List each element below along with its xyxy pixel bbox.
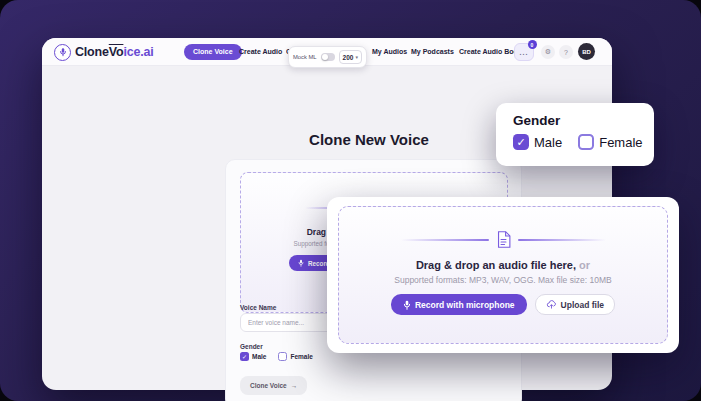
help-icon: ? [564, 49, 568, 56]
toggle-knob [322, 54, 328, 60]
nav-item-my-audios[interactable]: My Audios [372, 48, 407, 55]
checkbox-checked-icon: ✓ [513, 134, 529, 150]
nav-item-my-podcasts[interactable]: My Podcasts [411, 48, 454, 55]
microphone-icon [298, 259, 304, 267]
male-checkbox[interactable]: ✓ Male [240, 352, 266, 361]
more-menu-button[interactable]: ... 0 [514, 43, 534, 61]
male-label: Male [252, 353, 266, 360]
popup-female-checkbox[interactable]: Female [578, 134, 642, 150]
chevron-down-icon: ▾ [355, 54, 358, 60]
notification-badge: 0 [528, 40, 537, 49]
popup-female-label: Female [599, 135, 642, 150]
settings-button[interactable]: ⚙ [541, 45, 555, 59]
dropzone-formats: Supported formats: MP3, WAV, OGG. Max fi… [394, 275, 611, 285]
gradient-line [518, 239, 606, 241]
clone-voice-submit-button[interactable]: Clone Voice → [240, 376, 307, 395]
logo-text: CloneVoice.ai [75, 45, 153, 59]
logo[interactable]: CloneVoice.ai [54, 43, 153, 61]
popup-upload-file-button[interactable]: Upload file [535, 294, 615, 315]
mock-ml-panel: Mock ML 200 ▾ [288, 46, 367, 68]
popup-audio-dropzone[interactable]: Drag & drop an audio file here, or Suppo… [338, 206, 668, 344]
popup-male-checkbox[interactable]: ✓ Male [513, 134, 562, 150]
arrow-right-icon: → [291, 382, 298, 389]
nav-item-create-audio-book[interactable]: Create Audio Book [459, 48, 522, 55]
upload-cloud-icon [546, 299, 557, 310]
voice-name-label: Voice Name [240, 304, 276, 311]
popup-male-label: Male [534, 135, 562, 150]
value-dropdown[interactable]: 200 ▾ [339, 50, 362, 64]
checkbox-empty-icon [578, 134, 594, 150]
nav-item-clone-voice[interactable]: Clone Voice [184, 44, 242, 60]
gender-popup: Gender ✓ Male Female [496, 103, 654, 166]
user-avatar[interactable]: BD [578, 43, 595, 60]
dropzone-heading: Drag & drop an audio file here, or [416, 259, 590, 271]
dropzone-icon-row [401, 231, 606, 248]
dropzone-popup: Drag & drop an audio file here, or Suppo… [327, 197, 679, 353]
female-checkbox[interactable]: Female [278, 352, 312, 361]
screenshot-canvas: CloneVoice.ai Clone Voice Create Audio C… [0, 0, 701, 401]
nav-item-create-audio[interactable]: Create Audio [239, 48, 282, 55]
female-label: Female [290, 353, 312, 360]
checkbox-empty-icon [278, 352, 287, 361]
gender-label: Gender [240, 343, 263, 350]
gradient-line [401, 239, 489, 241]
gender-options: ✓ Male Female [240, 352, 313, 361]
gender-popup-title: Gender [513, 113, 654, 128]
mock-ml-label: Mock ML [293, 54, 317, 60]
ellipsis-icon: ... [520, 49, 529, 56]
file-icon [496, 231, 511, 248]
gear-icon: ⚙ [545, 48, 551, 56]
microphone-icon [403, 300, 411, 310]
mock-ml-toggle[interactable] [321, 53, 335, 61]
checkbox-checked-icon: ✓ [240, 352, 249, 361]
help-button[interactable]: ? [559, 45, 573, 59]
microphone-logo-icon [54, 44, 71, 61]
popup-record-with-microphone-button[interactable]: Record with microphone [391, 294, 527, 315]
